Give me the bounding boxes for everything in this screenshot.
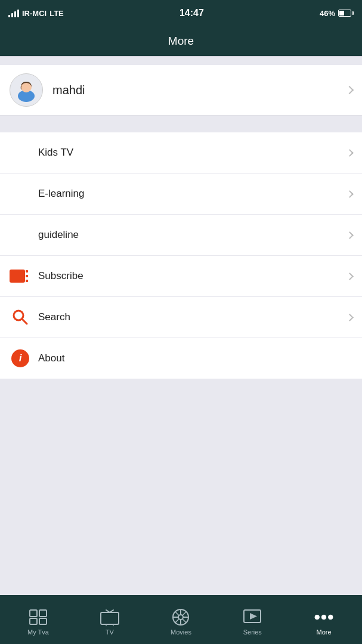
guideline-icon <box>10 224 31 246</box>
avatar <box>10 73 43 107</box>
section-gap-1 <box>0 57 362 65</box>
tab-bar: My Tva TV <box>0 595 362 644</box>
search-chevron-icon <box>346 314 354 321</box>
profile-username: mahdi <box>52 83 346 97</box>
about-label: About <box>38 352 352 364</box>
profile-chevron-icon <box>345 86 354 94</box>
tv-tab-icon <box>100 609 119 625</box>
subscribe-chevron-icon <box>346 273 354 280</box>
svg-line-3 <box>23 320 27 324</box>
my-tva-tab-icon <box>29 609 48 625</box>
profile-row[interactable]: mahdi <box>0 65 362 116</box>
menu-item-elearning[interactable]: E-learning <box>0 174 362 215</box>
movies-tab-icon <box>171 609 190 625</box>
my-tva-tab-label: My Tva <box>27 628 49 636</box>
menu-item-guideline[interactable]: guideline <box>0 215 362 256</box>
svg-marker-24 <box>250 613 257 620</box>
svg-rect-4 <box>30 610 37 617</box>
kids-tv-label: Kids TV <box>38 147 347 159</box>
network-label: LTE <box>49 9 64 18</box>
svg-point-25 <box>315 615 320 620</box>
status-bar: IR-MCI LTE 14:47 46% <box>0 0 362 26</box>
menu-item-about[interactable]: i About <box>0 338 362 379</box>
avatar-icon <box>13 77 39 103</box>
carrier-label: IR-MCI <box>22 9 47 18</box>
elearning-chevron-icon <box>346 190 354 198</box>
kids-tv-icon <box>10 142 31 163</box>
series-tab-icon <box>243 609 262 625</box>
menu-item-subscribe[interactable]: Subscribe <box>0 256 362 297</box>
elearning-label: E-learning <box>38 188 347 200</box>
section-gap-2 <box>0 116 362 132</box>
kids-tv-chevron-icon <box>346 149 354 157</box>
about-info-icon: i <box>11 349 29 367</box>
guideline-chevron-icon <box>346 231 354 239</box>
elearning-icon <box>10 183 31 205</box>
tab-movies[interactable]: Movies <box>146 603 217 636</box>
svg-line-20 <box>182 619 186 623</box>
menu-item-search[interactable]: Search <box>0 297 362 338</box>
battery-icon <box>338 10 354 17</box>
svg-rect-6 <box>30 618 37 624</box>
more-tab-label: More <box>317 628 332 636</box>
about-icon: i <box>10 348 31 369</box>
series-tab-label: Series <box>243 628 262 636</box>
tab-my-tva[interactable]: My Tva <box>2 603 74 636</box>
guideline-label: guideline <box>38 229 347 241</box>
battery-percent: 46% <box>320 9 335 18</box>
page-title: More <box>168 35 194 47</box>
signal-bars-icon <box>8 9 19 17</box>
more-tab-icon <box>314 609 333 625</box>
subscribe-label: Subscribe <box>38 270 347 282</box>
menu-item-kids-tv[interactable]: Kids TV <box>0 132 362 174</box>
svg-line-21 <box>182 612 186 615</box>
main-content: More mahdi Kids TV <box>0 26 362 644</box>
svg-rect-8 <box>101 612 119 624</box>
time-label: 14:47 <box>180 8 204 18</box>
tab-more[interactable]: More <box>288 603 360 636</box>
svg-point-26 <box>321 615 326 620</box>
svg-point-27 <box>329 615 333 620</box>
search-svg-icon <box>11 308 29 326</box>
status-right: 46% <box>320 9 354 18</box>
movies-tab-label: Movies <box>171 628 191 636</box>
tv-tab-label: TV <box>106 628 114 636</box>
subscribe-icon <box>10 265 31 287</box>
svg-point-14 <box>178 615 183 620</box>
search-icon <box>10 306 31 328</box>
search-label: Search <box>38 311 347 323</box>
svg-line-22 <box>175 619 179 623</box>
svg-line-19 <box>175 612 179 615</box>
svg-rect-7 <box>39 618 47 624</box>
menu-section: Kids TV E-learning guideline <box>0 132 362 379</box>
tab-series[interactable]: Series <box>216 603 288 636</box>
page-header: More <box>0 26 362 56</box>
svg-rect-5 <box>39 610 47 617</box>
tab-tv[interactable]: TV <box>74 603 146 636</box>
status-left: IR-MCI LTE <box>8 9 64 18</box>
